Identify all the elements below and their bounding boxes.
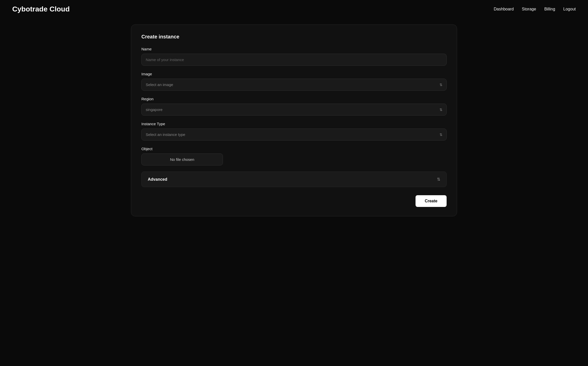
instance-type-select[interactable]: Select an instance type xyxy=(141,129,447,140)
region-select-wrapper: singapore us-east us-west eu-west ⇅ xyxy=(141,104,447,116)
instance-type-field-group: Instance Type Select an instance type ⇅ xyxy=(141,122,447,140)
advanced-title: Advanced xyxy=(148,177,167,182)
advanced-section[interactable]: Advanced ⇅ xyxy=(141,172,447,187)
card-footer: Create xyxy=(141,195,447,207)
region-select[interactable]: singapore us-east us-west eu-west xyxy=(141,104,447,116)
nav-logout[interactable]: Logout xyxy=(563,7,576,11)
name-input[interactable] xyxy=(141,54,447,66)
nav: Dashboard Storage Billing Logout xyxy=(494,7,576,11)
file-input-wrapper[interactable]: No file chosen xyxy=(141,153,223,165)
image-select[interactable]: Select an image xyxy=(141,79,447,91)
image-field-group: Image Select an image ⇅ xyxy=(141,72,447,91)
name-field-group: Name xyxy=(141,47,447,66)
object-field-group: Object No file chosen xyxy=(141,147,447,165)
region-field-group: Region singapore us-east us-west eu-west… xyxy=(141,97,447,116)
name-label: Name xyxy=(141,47,447,51)
advanced-chevron-icon: ⇅ xyxy=(437,177,440,182)
image-select-wrapper: Select an image ⇅ xyxy=(141,79,447,91)
logo: Cybotrade Cloud xyxy=(12,5,70,13)
create-button[interactable]: Create xyxy=(416,195,447,207)
card-title: Create instance xyxy=(141,34,447,40)
header: Cybotrade Cloud Dashboard Storage Billin… xyxy=(0,0,588,18)
nav-dashboard[interactable]: Dashboard xyxy=(494,7,514,11)
image-label: Image xyxy=(141,72,447,76)
main-content: Create instance Name Image Select an ima… xyxy=(0,18,588,222)
instance-type-select-wrapper: Select an instance type ⇅ xyxy=(141,129,447,140)
region-label: Region xyxy=(141,97,447,101)
nav-billing[interactable]: Billing xyxy=(544,7,555,11)
instance-type-label: Instance Type xyxy=(141,122,447,126)
nav-storage[interactable]: Storage xyxy=(522,7,536,11)
object-label: Object xyxy=(141,147,447,151)
create-instance-card: Create instance Name Image Select an ima… xyxy=(131,24,457,216)
